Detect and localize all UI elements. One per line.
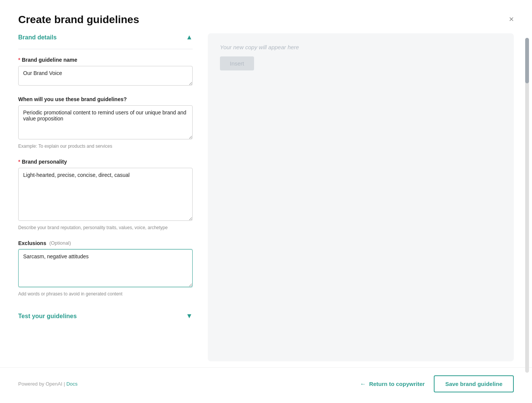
brand-details-title: Brand details xyxy=(18,34,56,41)
test-guidelines-chevron-icon: ▼ xyxy=(186,312,193,320)
docs-link[interactable]: Docs xyxy=(66,381,78,387)
when-use-group: When will you use these brand guidelines… xyxy=(18,96,193,150)
guideline-name-group: * Brand guideline name Our Brand Voice xyxy=(18,57,193,87)
exclusions-label: Exclusions (Optional) xyxy=(18,240,193,246)
guideline-name-input[interactable]: Our Brand Voice xyxy=(18,66,193,86)
when-use-label: When will you use these brand guidelines… xyxy=(18,96,193,102)
modal-body: Brand details ▲ * Brand guideline name O… xyxy=(0,33,532,361)
guideline-name-label: * Brand guideline name xyxy=(18,57,193,63)
left-panel: Brand details ▲ * Brand guideline name O… xyxy=(18,33,193,361)
modal-title: Create brand guidelines xyxy=(18,14,139,26)
when-use-input[interactable]: Periodic promotional content to remind u… xyxy=(18,105,193,139)
brand-details-section-header[interactable]: Brand details ▲ xyxy=(18,33,193,41)
copy-placeholder-text: Your new copy will appear here xyxy=(220,44,502,50)
exclusions-optional-tag: (Optional) xyxy=(49,240,71,246)
test-guidelines-section-header[interactable]: Test your guidelines ▼ xyxy=(18,306,193,320)
required-star: * xyxy=(18,57,20,63)
when-use-hint: Example: To explain our products and ser… xyxy=(18,143,193,150)
scrollbar-track xyxy=(525,38,529,373)
close-button[interactable]: × xyxy=(509,15,514,23)
footer-powered-by: Powered by OpenAI | Docs xyxy=(18,381,78,387)
save-brand-guideline-button[interactable]: Save brand guideline xyxy=(434,375,514,392)
brand-personality-hint: Describe your brand reputation, personal… xyxy=(18,225,193,231)
exclusions-hint: Add words or phrases to avoid in generat… xyxy=(18,291,193,297)
modal-container: Create brand guidelines × Brand details … xyxy=(0,0,532,403)
footer-actions: ← Return to copywriter Save brand guidel… xyxy=(360,375,514,392)
insert-button[interactable]: Insert xyxy=(220,56,254,70)
brand-personality-input[interactable]: Light-hearted, precise, concise, direct,… xyxy=(18,168,193,221)
modal-footer: Powered by OpenAI | Docs ← Return to cop… xyxy=(0,367,532,403)
modal-header: Create brand guidelines × xyxy=(0,0,532,33)
test-guidelines-title: Test your guidelines xyxy=(18,313,77,320)
scrollbar-thumb[interactable] xyxy=(525,38,529,83)
arrow-left-icon: ← xyxy=(360,381,366,387)
right-panel: Your new copy will appear here Insert xyxy=(208,33,514,361)
section-divider xyxy=(18,49,193,49)
brand-personality-label: * Brand personality xyxy=(18,159,193,165)
return-to-copywriter-button[interactable]: ← Return to copywriter xyxy=(360,381,425,387)
exclusions-group: Exclusions (Optional) Sarcasm, negative … xyxy=(18,240,193,297)
exclusions-input[interactable]: Sarcasm, negative attitudes xyxy=(18,249,193,287)
brand-personality-group: * Brand personality Light-hearted, preci… xyxy=(18,159,193,231)
personality-required-star: * xyxy=(18,159,20,165)
brand-details-chevron-icon: ▲ xyxy=(186,33,193,41)
